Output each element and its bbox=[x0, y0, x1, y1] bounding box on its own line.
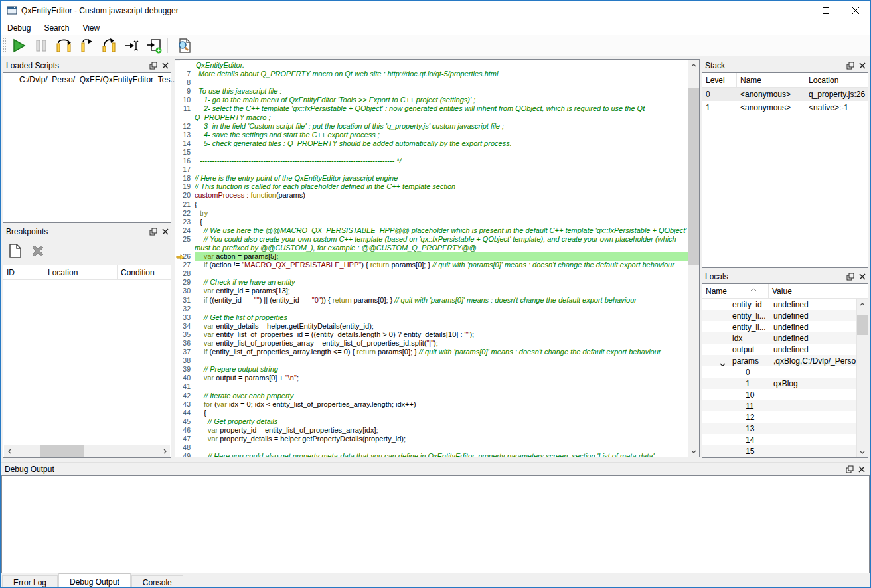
debug-output-content[interactable] bbox=[1, 475, 870, 573]
column-header-value[interactable]: Value bbox=[769, 284, 868, 298]
code-line: 9To use this javascript file : bbox=[175, 87, 688, 96]
local-row[interactable]: outputundefined bbox=[702, 344, 856, 355]
local-row[interactable]: 0 bbox=[702, 366, 856, 378]
delete-breakpoint-button[interactable] bbox=[28, 241, 48, 261]
code-line: 47var property_details = helper.getPrope… bbox=[175, 435, 688, 443]
menu-debug[interactable]: Debug bbox=[1, 21, 37, 35]
local-row[interactable]: idxundefined bbox=[702, 332, 856, 344]
close-button[interactable] bbox=[840, 1, 870, 21]
stack-row[interactable]: 0<anonymous>q_property.js:26 bbox=[702, 88, 868, 101]
toolbar-drag-handle[interactable] bbox=[2, 37, 6, 54]
scroll-up-icon[interactable] bbox=[688, 60, 699, 71]
column-header-location[interactable]: Location bbox=[44, 265, 118, 279]
close-panel-icon[interactable] bbox=[856, 271, 868, 282]
new-breakpoint-button[interactable] bbox=[5, 241, 25, 261]
scroll-right-icon[interactable] bbox=[159, 445, 170, 457]
editor-vertical-scrollbar[interactable] bbox=[688, 60, 699, 457]
code-line: 34var entity_details = helper.getEntityD… bbox=[175, 322, 688, 331]
tab-console[interactable]: Console bbox=[131, 575, 183, 588]
menu-view[interactable]: View bbox=[76, 21, 106, 35]
titlebar: QxEntityEditor - Custom javascript debug… bbox=[1, 1, 870, 21]
column-header-level[interactable]: Level bbox=[702, 73, 737, 87]
tab-debug-output[interactable]: Debug Output bbox=[58, 573, 131, 588]
code-line: 23{ bbox=[175, 218, 688, 226]
step-into-button[interactable] bbox=[99, 37, 119, 55]
column-header-name[interactable]: Name bbox=[702, 284, 769, 298]
local-row[interactable]: entity_idundefined bbox=[702, 299, 856, 310]
column-header-name[interactable]: Name bbox=[737, 73, 805, 87]
locals-vertical-scrollbar[interactable] bbox=[856, 299, 868, 457]
local-row[interactable]: entity_li...undefined bbox=[702, 310, 856, 321]
locals-title: Locals bbox=[702, 272, 844, 281]
step-out-button[interactable] bbox=[76, 37, 96, 55]
line-number: 7 bbox=[175, 70, 195, 78]
local-row[interactable]: 12 bbox=[702, 411, 856, 423]
float-panel-icon[interactable] bbox=[844, 60, 856, 71]
load-script-button[interactable] bbox=[144, 37, 164, 55]
menu-search[interactable]: Search bbox=[37, 21, 76, 35]
close-panel-icon[interactable] bbox=[856, 60, 868, 71]
stack-panel: Stack Level Name Location 0<anonymous>q_… bbox=[702, 59, 868, 268]
pause-button[interactable] bbox=[31, 37, 51, 55]
code-line: 35var entity_list_of_properties_id = ((e… bbox=[175, 331, 688, 339]
expand-chevron-icon[interactable] bbox=[720, 360, 726, 366]
search-script-button[interactable] bbox=[174, 37, 194, 55]
code-line: 27if (action != "MACRO_QX_PERSISTABLE_HP… bbox=[175, 261, 688, 269]
close-panel-icon[interactable] bbox=[159, 60, 171, 71]
local-row[interactable]: 13 bbox=[702, 423, 856, 434]
line-number: 24 bbox=[175, 226, 195, 235]
scroll-down-icon[interactable] bbox=[857, 446, 868, 457]
horizontal-scrollbar[interactable] bbox=[4, 445, 170, 457]
line-number: 37 bbox=[175, 348, 195, 356]
scrollbar-thumb[interactable] bbox=[688, 88, 699, 265]
stack-row[interactable]: 1<anonymous><native>:-1 bbox=[702, 101, 868, 114]
code-line: 112- select the C++ template 'qx::IxPers… bbox=[175, 104, 688, 113]
column-header-condition[interactable]: Condition bbox=[118, 265, 171, 279]
code-editor[interactable]: QxEntityEditor.7More details about Q_PRO… bbox=[175, 59, 700, 457]
maximize-button[interactable] bbox=[811, 1, 840, 21]
line-number: 40 bbox=[175, 374, 195, 382]
scrollbar-thumb[interactable] bbox=[40, 445, 84, 457]
continue-button[interactable] bbox=[9, 37, 29, 55]
new-file-icon bbox=[8, 243, 23, 259]
float-panel-icon[interactable] bbox=[147, 226, 159, 237]
line-number: 17 bbox=[175, 165, 195, 174]
column-header-id[interactable]: ID bbox=[3, 265, 44, 279]
play-icon bbox=[11, 38, 27, 54]
local-row[interactable]: entity_li...undefined bbox=[702, 321, 856, 332]
run-to-cursor-button[interactable] bbox=[121, 37, 141, 55]
line-number: 19 bbox=[175, 183, 195, 191]
close-panel-icon[interactable] bbox=[159, 226, 171, 237]
close-panel-icon[interactable] bbox=[856, 464, 868, 475]
loaded-scripts-title: Loaded Scripts bbox=[3, 61, 147, 70]
float-panel-icon[interactable] bbox=[844, 464, 856, 475]
local-row[interactable]: 10 bbox=[702, 389, 856, 400]
local-row[interactable]: 1qxBlog bbox=[702, 378, 856, 389]
scroll-down-icon[interactable] bbox=[688, 445, 699, 457]
debug-toolbar bbox=[1, 35, 870, 57]
scroll-left-icon[interactable] bbox=[4, 445, 15, 457]
local-row[interactable]: 15 bbox=[702, 445, 856, 457]
float-panel-icon[interactable] bbox=[147, 60, 159, 71]
menubar: Debug Search View bbox=[1, 21, 870, 35]
loaded-script-item[interactable]: C:/Dvlp/_Perso/_QxEE/QxEntityEditor_Tes.… bbox=[3, 73, 171, 86]
sort-ascending-icon bbox=[750, 284, 757, 293]
locals-rows: entity_idundefinedentity_li...undefinede… bbox=[702, 299, 856, 457]
scrollbar-thumb[interactable] bbox=[857, 315, 868, 335]
float-panel-icon[interactable] bbox=[844, 271, 856, 282]
code-line: 37if (entity_list_of_properties_array.le… bbox=[175, 348, 688, 356]
scroll-up-icon[interactable] bbox=[857, 299, 868, 310]
code-line: must be prefixed by @@CUSTOM_), for exam… bbox=[175, 244, 688, 252]
local-row[interactable]: params,qxBlog,C:/Dvlp/_Perso... bbox=[702, 355, 856, 366]
line-number: 31 bbox=[175, 296, 195, 305]
step-over-button[interactable] bbox=[54, 37, 74, 55]
code-line: 18// Here is the entry point of the QxEn… bbox=[175, 174, 688, 183]
code-line: 49// Here you could also get property me… bbox=[175, 452, 688, 457]
line-number: 20 bbox=[175, 191, 195, 200]
local-row[interactable]: 14 bbox=[702, 434, 856, 445]
column-header-location[interactable]: Location bbox=[805, 73, 868, 87]
local-row[interactable]: 11 bbox=[702, 400, 856, 411]
minimize-button[interactable] bbox=[781, 1, 811, 21]
line-number: 47 bbox=[175, 435, 195, 443]
tab-error-log[interactable]: Error Log bbox=[2, 575, 58, 588]
